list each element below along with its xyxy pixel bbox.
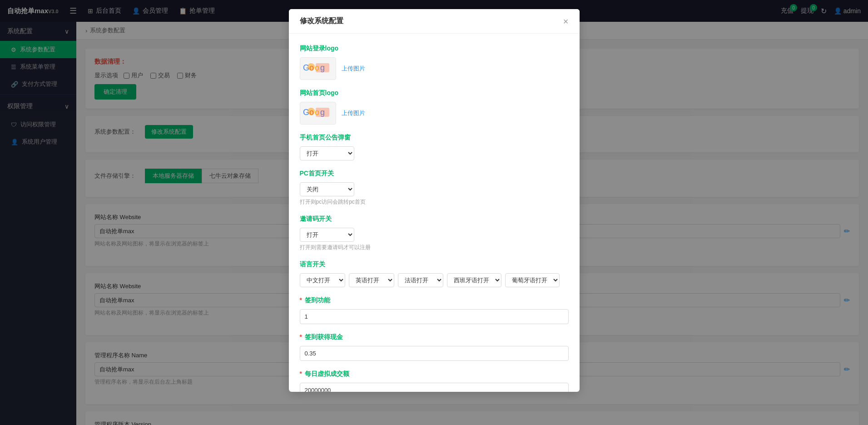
- modal-language: 语言开关 中文打开 中文关闭 英语打开 英语关闭 法语打开 法语关闭: [300, 260, 569, 287]
- login-logo-label: 网站登录logo: [300, 45, 569, 53]
- required-star-reward: *: [300, 333, 302, 340]
- svg-rect-5: [316, 63, 329, 72]
- language-label: 语言开关: [300, 260, 569, 269]
- lang-select-french[interactable]: 法语打开 法语关闭: [398, 273, 443, 287]
- lang-select-spanish[interactable]: 西班牙语打开 西班牙语关闭: [447, 273, 501, 287]
- modal-close-button[interactable]: ×: [563, 17, 569, 26]
- home-logo-label: 网站首页logo: [300, 89, 569, 97]
- modal-daily-virtual: * 每日虚拟成交额: [300, 370, 569, 392]
- modal-login-logo: 网站登录logo G o o g 上传图片: [300, 45, 569, 80]
- lang-select-portuguese[interactable]: 葡萄牙语打开 葡萄牙语关闭: [505, 273, 560, 287]
- modal-invite-code: 邀请码开关 打开 关闭 打开则需要邀请码才可以注册: [300, 215, 569, 251]
- required-star-sign: *: [300, 296, 302, 304]
- svg-rect-11: [316, 108, 329, 117]
- modal-header: 修改系统配置 ×: [289, 9, 580, 34]
- modal-body: 网站登录logo G o o g 上传图片: [289, 34, 580, 392]
- modal-pc-home: PC首页开关 打开 关闭 打开则pc访问会跳转pc首页: [300, 170, 569, 206]
- modal-mobile-popup: 手机首页公告弹窗 打开 关闭: [300, 134, 569, 160]
- modal-home-logo: 网站首页logo G o o g 上传图片: [300, 89, 569, 125]
- language-selects-row: 中文打开 中文关闭 英语打开 英语关闭 法语打开 法语关闭 西班牙语打开 西班牙…: [300, 273, 569, 287]
- daily-virtual-input[interactable]: [300, 383, 569, 392]
- modal-sign-func: * 签到功能: [300, 296, 569, 324]
- logo-area-home: G o o g 上传图片: [300, 102, 569, 125]
- pc-home-label: PC首页开关: [300, 170, 569, 178]
- invite-code-select[interactable]: 打开 关闭: [300, 228, 354, 242]
- pc-home-hint: 打开则pc访问会跳转pc首页: [300, 198, 569, 206]
- svg-point-10: [308, 108, 315, 115]
- upload-login-logo-link[interactable]: 上传图片: [342, 65, 365, 73]
- sign-reward-label: * 签到获得现金: [300, 333, 569, 341]
- required-star-virtual: *: [300, 370, 302, 377]
- logo-preview-home: G o o g: [300, 102, 336, 125]
- svg-point-4: [308, 63, 315, 70]
- modal-dialog: 修改系统配置 × 网站登录logo G o o g: [289, 9, 580, 392]
- sign-func-label: * 签到功能: [300, 296, 569, 305]
- daily-virtual-label: * 每日虚拟成交额: [300, 370, 569, 378]
- mobile-popup-label: 手机首页公告弹窗: [300, 134, 569, 142]
- lang-select-english[interactable]: 英语打开 英语关闭: [349, 273, 394, 287]
- upload-home-logo-link[interactable]: 上传图片: [342, 109, 365, 117]
- modal-overlay: 修改系统配置 × 网站登录logo G o o g: [0, 0, 868, 425]
- invite-code-hint: 打开则需要邀请码才可以注册: [300, 244, 569, 251]
- mobile-popup-select[interactable]: 打开 关闭: [300, 146, 354, 160]
- sign-func-input[interactable]: [300, 309, 569, 324]
- logo-preview-login: G o o g: [300, 57, 336, 80]
- invite-code-label: 邀请码开关: [300, 215, 569, 223]
- modal-sign-reward: * 签到获得现金: [300, 333, 569, 361]
- sign-reward-input[interactable]: [300, 346, 569, 361]
- modal-title: 修改系统配置: [300, 16, 343, 26]
- pc-home-select[interactable]: 打开 关闭: [300, 182, 354, 196]
- logo-area-login: G o o g 上传图片: [300, 57, 569, 80]
- lang-select-chinese[interactable]: 中文打开 中文关闭: [300, 273, 345, 287]
